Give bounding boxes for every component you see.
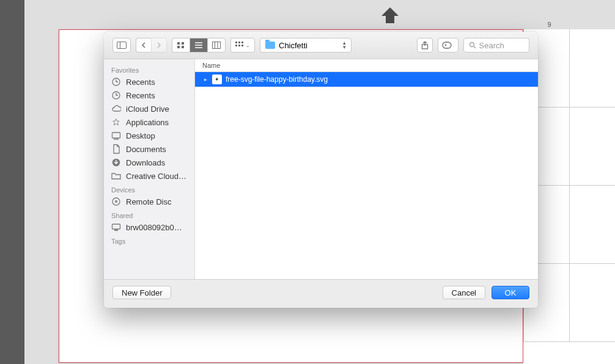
file-row[interactable]: ▸✦free-svg-file-happy-birthday.svg [195, 72, 538, 87]
forward-button[interactable] [151, 38, 167, 53]
svg-rect-17 [241, 45, 243, 46]
sidebar-item[interactable]: Remote Disc [104, 195, 194, 208]
svg-rect-3 [182, 42, 184, 45]
folder-icon [111, 171, 121, 181]
sidebar-item-label: Remote Disc [126, 197, 171, 206]
disc-icon [111, 197, 121, 206]
clock-icon [111, 90, 121, 100]
cloud-icon [111, 104, 121, 114]
sidebar: FavoritesRecentsRecentsiCloud DriveAppli… [104, 59, 195, 279]
sidebar-item-label: Recents [126, 78, 155, 87]
chevron-updown-icon: ▴▾ [343, 41, 346, 49]
svg-rect-25 [112, 133, 120, 138]
sidebar-item-label: Desktop [126, 131, 155, 140]
down-icon [111, 158, 121, 167]
clock-icon [111, 77, 121, 87]
svg-rect-9 [213, 42, 221, 49]
back-button[interactable] [136, 38, 151, 53]
svg-line-22 [474, 46, 476, 48]
share-button[interactable] [417, 38, 433, 53]
view-columns-button[interactable] [207, 38, 226, 53]
sidebar-item[interactable]: Recents [104, 89, 194, 102]
search-placeholder: Search [479, 41, 504, 50]
sidebar-toggle-button[interactable] [112, 38, 131, 53]
group-by-button[interactable]: ⌄ [230, 38, 255, 53]
svg-rect-0 [117, 42, 127, 49]
svg-rect-14 [241, 42, 243, 43]
view-list-button[interactable] [190, 38, 207, 53]
svg-rect-31 [114, 230, 118, 231]
svg-rect-16 [238, 45, 240, 46]
ok-button[interactable]: OK [492, 286, 529, 299]
file-list[interactable]: ▸✦free-svg-file-happy-birthday.svg [195, 72, 538, 87]
apps-icon [111, 117, 121, 127]
column-header-name[interactable]: Name [195, 59, 538, 72]
svg-point-29 [116, 201, 117, 203]
svg-rect-13 [238, 42, 240, 43]
open-file-dialog: ⌄ Chicfetti ▴▾ Search FavoritesRecentsRe… [104, 32, 538, 308]
sidebar-section-header: Favorites [104, 63, 194, 75]
ruler-tick: 9 [523, 21, 575, 28]
sidebar-section-header: Tags [104, 234, 194, 246]
sidebar-item-label: Documents [126, 145, 166, 154]
desktop-icon [111, 131, 121, 140]
nav-back-forward [136, 38, 167, 53]
search-icon [469, 42, 476, 49]
path-popup[interactable]: Chicfetti ▴▾ [260, 38, 352, 53]
dialog-footer: New Folder Cancel OK [104, 279, 538, 308]
sidebar-item[interactable]: Downloads [104, 156, 194, 169]
svg-rect-2 [177, 42, 180, 45]
svg-rect-15 [235, 45, 237, 46]
app-left-gutter [0, 0, 24, 364]
disclosure-triangle-icon[interactable]: ▸ [202, 76, 208, 82]
sidebar-item[interactable]: Applications [104, 115, 194, 129]
doc-icon [111, 144, 121, 154]
sidebar-item[interactable]: iCloud Drive [104, 102, 194, 115]
sidebar-section-header: Shared [104, 208, 194, 220]
sidebar-section-header: Devices [104, 183, 194, 195]
sidebar-item-label: brw008092b0… [126, 223, 182, 232]
sidebar-item[interactable]: Recents [104, 75, 194, 89]
sidebar-item[interactable]: Creative Cloud… [104, 169, 194, 183]
sidebar-item[interactable]: brw008092b0… [104, 220, 194, 234]
file-icon: ✦ [212, 75, 222, 84]
view-icons-button[interactable] [172, 38, 190, 53]
svg-point-21 [470, 43, 474, 47]
file-pane: Name ▸✦free-svg-file-happy-birthday.svg [195, 59, 538, 279]
computer-icon [111, 222, 121, 232]
sidebar-item[interactable]: Desktop [104, 129, 194, 142]
folder-icon [265, 42, 275, 49]
sidebar-item-label: Downloads [126, 158, 165, 167]
dialog-toolbar: ⌄ Chicfetti ▴▾ Search [104, 32, 538, 59]
svg-rect-19 [443, 42, 451, 48]
svg-point-28 [112, 198, 120, 205]
sidebar-item-label: Recents [126, 91, 155, 100]
sidebar-item-label: Applications [126, 118, 169, 127]
svg-rect-30 [112, 224, 120, 229]
svg-rect-4 [177, 46, 180, 48]
new-folder-button[interactable]: New Folder [112, 286, 171, 299]
svg-rect-5 [182, 46, 184, 48]
group-by-segment: ⌄ [230, 38, 255, 53]
svg-point-20 [444, 45, 446, 46]
svg-rect-12 [235, 42, 237, 43]
sidebar-item[interactable]: Documents [104, 142, 194, 156]
view-mode-segment [172, 38, 226, 53]
file-name: free-svg-file-happy-birthday.svg [226, 75, 328, 84]
search-field[interactable]: Search [463, 38, 530, 53]
cancel-button[interactable]: Cancel [443, 286, 485, 299]
sidebar-item-label: Creative Cloud… [126, 172, 186, 181]
sidebar-item-label: iCloud Drive [126, 104, 169, 114]
path-label: Chicfetti [279, 41, 308, 50]
arrow-up-icon [378, 6, 402, 24]
tags-button[interactable] [438, 38, 458, 53]
